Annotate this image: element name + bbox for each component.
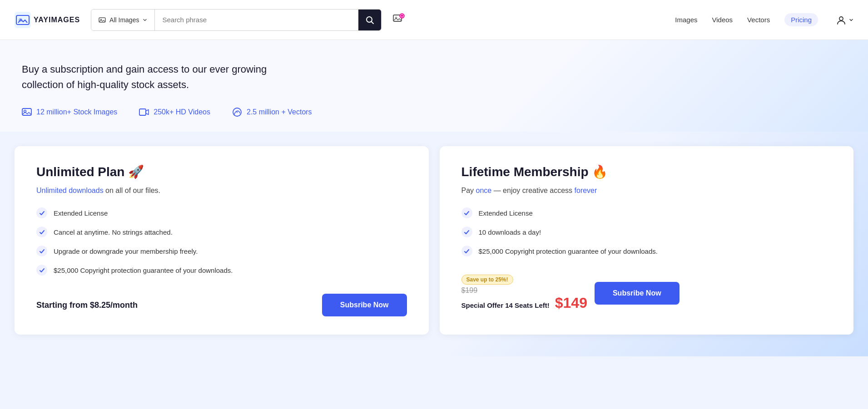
feature-item: Extended License [36, 207, 407, 218]
user-icon [836, 15, 846, 25]
nav-images[interactable]: Images [675, 16, 697, 24]
unlimited-subtitle: Unlimited downloads on all of our files. [36, 187, 407, 195]
feature-label: Cancel at anytime. No strings attached. [54, 228, 173, 236]
price-block: Save up to 25%! $199 Special Offer 14 Se… [461, 275, 587, 311]
videos-stat-label: 250k+ HD Videos [154, 108, 210, 116]
logo[interactable]: YAYIMAGES [15, 12, 80, 28]
vectors-stat-icon [232, 107, 242, 117]
svg-rect-3 [99, 18, 105, 22]
unlimited-plan-card: Unlimited Plan 🚀 Unlimited downloads on … [15, 146, 429, 335]
user-chevron-icon [849, 18, 853, 22]
pricing-section: Unlimited Plan 🚀 Unlimited downloads on … [0, 132, 868, 356]
check-icon [36, 246, 47, 256]
lifetime-subtitle-mid: — enjoy creative access [494, 187, 575, 194]
logo-text: YAYIMAGES [34, 16, 80, 24]
feature-label: Extended License [54, 209, 108, 217]
check-icon [36, 265, 47, 276]
lifetime-footer: Save up to 25%! $199 Special Offer 14 Se… [461, 275, 832, 311]
nav-links: Images Videos Vectors Pricing [675, 13, 853, 26]
search-type-label: All Images [109, 16, 139, 24]
user-account-button[interactable] [836, 15, 853, 25]
svg-rect-0 [15, 12, 31, 28]
feature-label: $25,000 Copyright protection guarantee o… [479, 247, 658, 255]
image-type-icon [99, 16, 106, 24]
lifetime-subscribe-button[interactable]: Subsribe Now [595, 282, 680, 305]
feature-label: $25,000 Copyright protection guarantee o… [54, 266, 233, 274]
check-icon [461, 227, 472, 237]
hero-section: Buy a subscription and gain access to ou… [0, 40, 868, 132]
feature-label: Upgrade or downgrade your membership fre… [54, 247, 198, 255]
feature-item: Cancel at anytime. No strings attached. [36, 227, 407, 237]
feature-item: $25,000 Copyright protection guarantee o… [461, 246, 832, 256]
stat-videos: 250k+ HD Videos [139, 107, 210, 117]
hero-stats: 12 million+ Stock Images 250k+ HD Videos… [22, 107, 846, 117]
nav-vectors[interactable]: Vectors [747, 16, 770, 24]
unlimited-features: Extended License Cancel at anytime. No s… [36, 207, 407, 276]
lifetime-once: once [476, 187, 492, 194]
search-button[interactable] [358, 10, 381, 30]
lifetime-features: Extended License 10 downloads a day! $25… [461, 207, 832, 256]
check-icon [461, 207, 472, 218]
unlimited-highlight: Unlimited downloads [36, 187, 104, 194]
nav-videos[interactable]: Videos [712, 16, 733, 24]
feature-item: $25,000 Copyright protection guarantee o… [36, 265, 407, 276]
lifetime-forever: forever [575, 187, 597, 194]
search-icon [365, 15, 374, 25]
reverse-image-search-button[interactable] [389, 11, 409, 29]
svg-point-15 [236, 111, 238, 113]
lifetime-subtitle: Pay once — enjoy creative access forever [461, 187, 832, 195]
unlimited-title: Unlimited Plan 🚀 [36, 164, 407, 179]
save-badge: Save up to 25%! [461, 275, 513, 285]
special-offer-text: Special Offer 14 Seats Left! [461, 301, 550, 309]
unlimited-subscribe-button[interactable]: Subsribe Now [322, 294, 407, 316]
feature-item: 10 downloads a day! [461, 227, 832, 237]
search-container: All Images [91, 9, 382, 31]
search-input[interactable] [155, 10, 358, 30]
original-price: $199 [461, 286, 587, 295]
lifetime-plan-card: Lifetime Membership 🔥 Pay once — enjoy c… [440, 146, 854, 335]
search-type-button[interactable]: All Images [91, 10, 155, 30]
stat-vectors: 2.5 million + Vectors [232, 107, 312, 117]
sale-price: $149 [555, 295, 587, 311]
feature-item: Extended License [461, 207, 832, 218]
svg-point-10 [839, 17, 843, 20]
videos-stat-icon [139, 107, 149, 117]
feature-item: Upgrade or downgrade your membership fre… [36, 246, 407, 256]
unlimited-subtitle-suffix: on all of our files. [105, 187, 160, 194]
lifetime-title: Lifetime Membership 🔥 [461, 164, 832, 179]
feature-label: 10 downloads a day! [479, 228, 541, 236]
lifetime-subtitle-prefix: Pay [461, 187, 476, 194]
header: YAYIMAGES All Images [0, 0, 868, 40]
logo-icon [15, 12, 31, 28]
unlimited-footer: Starting from $8.25/month Subsribe Now [36, 294, 407, 316]
check-icon [461, 246, 472, 256]
special-offer-row: Special Offer 14 Seats Left! $149 [461, 295, 587, 311]
svg-line-6 [372, 21, 374, 24]
svg-rect-11 [22, 108, 31, 115]
check-icon [36, 227, 47, 237]
nav-pricing[interactable]: Pricing [784, 13, 818, 26]
unlimited-price: Starting from $8.25/month [36, 301, 138, 310]
feature-label: Extended License [479, 209, 533, 217]
check-icon [36, 207, 47, 218]
stat-images: 12 million+ Stock Images [22, 107, 117, 117]
hero-headline: Buy a subscription and gain access to ou… [22, 62, 276, 93]
images-stat-icon [22, 107, 32, 117]
reverse-search-icon [392, 13, 405, 25]
chevron-down-icon [143, 18, 147, 22]
vectors-stat-label: 2.5 million + Vectors [247, 108, 312, 116]
images-stat-label: 12 million+ Stock Images [36, 108, 117, 116]
svg-rect-13 [139, 109, 146, 115]
